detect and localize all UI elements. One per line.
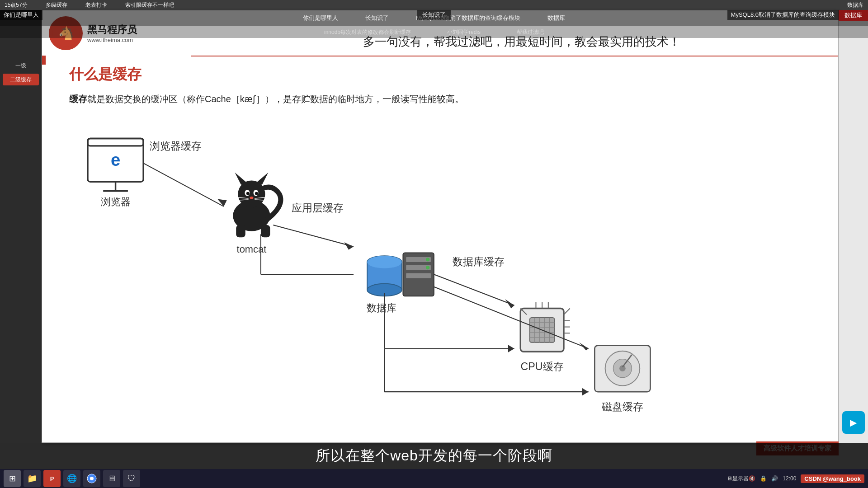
overlay-item-3[interactable]: 老表打卡 (85, 1, 107, 9)
overlay-item-1[interactable]: 15点57分 (5, 1, 28, 9)
svg-line-58 (564, 309, 570, 315)
svg-line-28 (273, 225, 354, 247)
svg-marker-14 (256, 173, 268, 185)
taskbar-files[interactable]: 📁 (24, 470, 41, 487)
csdn-badge: CSDN @wang_book (801, 474, 864, 483)
slide-title: 什么是缓存 (69, 65, 142, 84)
svg-point-38 (426, 258, 429, 261)
slide-divider (191, 56, 838, 56)
svg-text:浏览器: 浏览器 (101, 196, 131, 207)
db-corner-badge: 数据库 (839, 10, 868, 21)
float-center-banner: 长知识了 (417, 10, 451, 20)
top-overlay-bar: 15点57分 多级缓存 老表打卡 索引限缓存不一样吧 数据库 (0, 0, 868, 10)
svg-line-63 (434, 287, 589, 349)
svg-rect-25 (261, 225, 270, 237)
topic-4[interactable]: 数据库 (547, 14, 565, 22)
taskbar-security[interactable]: 🛡 (123, 470, 140, 487)
subtitle-text: 所以在整个web开发的每一个阶段啊 (316, 446, 552, 466)
topic-bar2: innodb每次对表的修改都会刷新缓存 小刘同学redis 帮我过滤吧 (0, 26, 868, 38)
taskbar-ppt[interactable]: P (43, 470, 61, 487)
bilibili-button[interactable]: ▶ (842, 411, 865, 434)
taskbar-chrome[interactable] (83, 470, 100, 487)
taskbar-browser[interactable]: 🌐 (63, 470, 80, 487)
slide-body: 缓存就是数据交换的缓冲区（称作Cache［kæʃ］），是存贮数据的临时地方，一般… (69, 92, 829, 106)
slide-area: 🐴 黑马程序员 www.itheima.com 多一句没有，帮我过滤吧，用最短时… (42, 10, 839, 443)
topic-1[interactable]: 你们是哪里人 (303, 14, 338, 22)
taskbar-terminal[interactable]: 🖥 (103, 470, 120, 487)
nav-item-level1[interactable]: 一级 (3, 60, 39, 71)
subtitle-bar: 所以在整个web开发的每一个阶段啊 (0, 443, 868, 469)
topic2-2: 小刘同学redis (447, 28, 481, 36)
svg-text:CPU缓存: CPU缓存 (521, 361, 564, 372)
taskbar: ⊞ 📁 P 🌐 🖥 🛡 🖥显示器🔇 🔒 🔊 12:00 CSDN @wang_b… (0, 469, 868, 488)
svg-text:tomcat: tomcat (237, 244, 267, 255)
nav-item-level2[interactable]: 二级缓存 (3, 74, 39, 85)
tomcat-icon: tomcat 应用层缓存 (233, 173, 344, 255)
svg-marker-75 (508, 345, 514, 352)
svg-line-9 (143, 163, 224, 206)
svg-point-39 (426, 266, 429, 269)
taskbar-display: 🖥显示器🔇 (727, 475, 755, 483)
topic2-1: innodb每次对表的修改都会刷新缓存 (324, 28, 411, 36)
topic-2[interactable]: 长知识了 (365, 14, 389, 22)
overlay-item-5[interactable]: 数据库 (847, 1, 863, 9)
left-nav-panel: 一级 二级缓存 (0, 10, 42, 443)
cpu-icon: CPU缓存 (520, 302, 570, 372)
svg-text:磁盘缓存: 磁盘缓存 (601, 401, 643, 413)
body-text: 就是数据交换的缓冲区（称作Cache［kæʃ］），是存贮数据的临时地方，一般读写… (87, 94, 464, 104)
body-bold: 缓存 (69, 94, 87, 104)
float-left-banner: 你们是哪里人 (0, 10, 42, 20)
right-panel: ▶ (839, 10, 868, 443)
svg-marker-13 (235, 173, 247, 185)
disk-icon: 磁盘缓存 (594, 346, 650, 413)
taskbar-lock: 🔒 (760, 475, 767, 482)
svg-line-42 (434, 274, 514, 305)
svg-point-17 (246, 192, 250, 195)
svg-text:e: e (111, 150, 120, 169)
overlay-item-2[interactable]: 多级缓存 (46, 1, 67, 9)
database-icon: 数据库 数据库缓存 (367, 253, 505, 314)
taskbar-clock: 12:00 (783, 475, 796, 482)
svg-point-33 (367, 256, 402, 268)
svg-text:浏览器缓存: 浏览器缓存 (150, 140, 202, 152)
svg-marker-29 (344, 242, 354, 249)
svg-rect-3 (88, 138, 143, 145)
overlay-item-4[interactable]: 索引限缓存不一样吧 (125, 1, 174, 9)
svg-point-80 (90, 477, 94, 480)
svg-point-12 (238, 180, 265, 207)
cache-diagram: e 浏览器 浏览器缓存 (69, 123, 811, 438)
svg-point-19 (250, 197, 253, 199)
taskbar-start[interactable]: ⊞ (4, 470, 21, 487)
svg-marker-43 (505, 299, 514, 309)
float-right-banner: MySQL8.0取消了数据库的查询缓存模块 (727, 10, 839, 20)
svg-point-18 (255, 192, 258, 195)
svg-marker-78 (582, 388, 589, 395)
topic2-3: 帮我过滤吧 (517, 28, 544, 36)
svg-text:应用层缓存: 应用层缓存 (292, 202, 344, 214)
svg-rect-37 (406, 273, 431, 278)
taskbar-volume: 🔊 (771, 475, 778, 482)
svg-rect-24 (236, 225, 245, 237)
browser-icon: e 浏览器 浏览器缓存 (88, 138, 202, 207)
svg-text:数据库缓存: 数据库缓存 (453, 256, 505, 267)
svg-text:数据库: 数据库 (367, 302, 396, 314)
taskbar-right: 🖥显示器🔇 🔒 🔊 12:00 CSDN @wang_book (727, 474, 864, 483)
svg-marker-64 (579, 343, 589, 351)
